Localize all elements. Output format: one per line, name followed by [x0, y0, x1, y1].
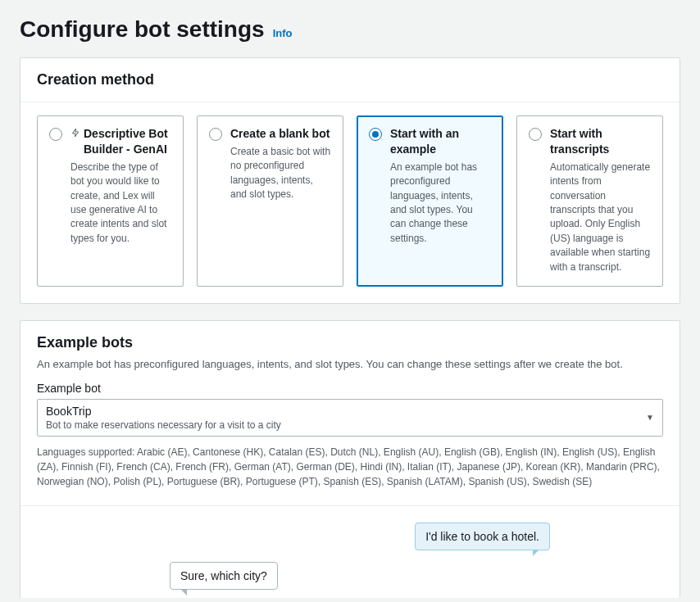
creation-method-panel: Creation method Descriptive Bot Builder …	[20, 57, 680, 304]
chat-bot-bubble: Sure, which city?	[170, 562, 278, 590]
example-bot-field-label: Example bot	[37, 382, 663, 395]
tile-title: Start with transcripts	[550, 126, 651, 157]
example-bot-select[interactable]: BookTrip Bot to make reservations necess…	[37, 399, 663, 437]
tile-title: Descriptive Bot Builder - GenAI	[84, 126, 171, 157]
radio-icon	[209, 128, 222, 141]
languages-supported: Languages supported: Arabic (AE), Canton…	[37, 445, 663, 489]
tile-start-with-example[interactable]: Start with an example An example bot has…	[357, 115, 503, 287]
example-bots-panel: Example bots An example bot has preconfi…	[20, 320, 680, 598]
example-bots-heading: Example bots	[37, 334, 663, 351]
select-subtext: Bot to make reservations necessary for a…	[46, 419, 281, 431]
creation-method-tiles: Descriptive Bot Builder - GenAI Describe…	[37, 115, 663, 287]
creation-method-heading: Creation method	[37, 71, 663, 88]
radio-icon	[529, 128, 542, 141]
info-link[interactable]: Info	[273, 27, 293, 39]
tile-blank-bot[interactable]: Create a blank bot Create a basic bot wi…	[197, 115, 343, 287]
tile-descriptive-bot-builder[interactable]: Descriptive Bot Builder - GenAI Describe…	[37, 115, 184, 287]
lightning-icon	[70, 127, 80, 142]
page-title: Configure bot settings	[20, 16, 265, 43]
tile-desc: Create a basic bot with no preconfigured…	[230, 145, 331, 202]
radio-icon	[369, 128, 382, 141]
example-bots-desc: An example bot has preconfigured languag…	[37, 358, 663, 370]
tile-desc: Describe the type of bot you would like …	[70, 161, 171, 246]
chat-preview: I'd like to book a hotel. Sure, which ci…	[133, 506, 567, 598]
chat-user-bubble: I'd like to book a hotel.	[415, 523, 550, 550]
radio-icon	[49, 128, 62, 141]
tile-desc: Automatically generate intents from conv…	[550, 161, 651, 274]
tile-title: Start with an example	[390, 126, 491, 157]
select-value: BookTrip	[46, 405, 281, 418]
tile-title: Create a blank bot	[230, 126, 331, 142]
tile-start-with-transcripts[interactable]: Start with transcripts Automatically gen…	[516, 115, 663, 287]
tile-desc: An example bot has preconfigured languag…	[390, 161, 491, 246]
caret-down-icon: ▼	[646, 413, 654, 422]
